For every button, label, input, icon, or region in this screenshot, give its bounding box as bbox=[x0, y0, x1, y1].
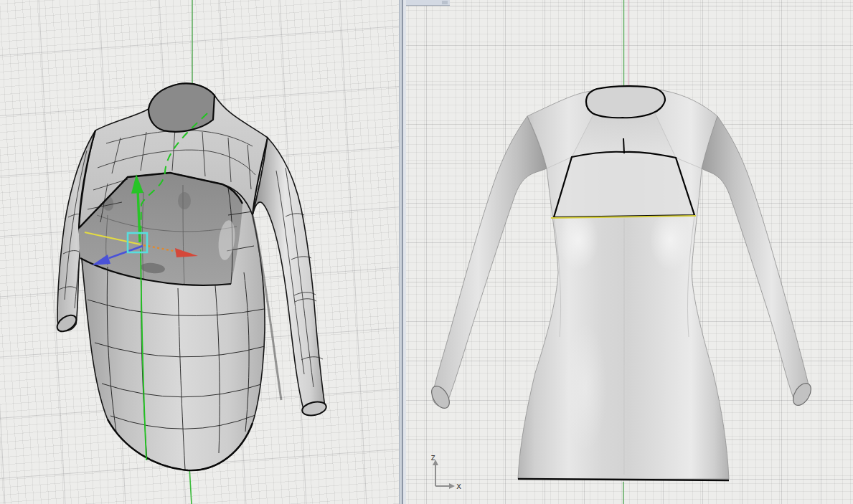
perspective-viewport[interactable] bbox=[0, 0, 399, 504]
x-axis-label: x bbox=[456, 482, 461, 490]
horizontal-scrollbar[interactable] bbox=[406, 0, 450, 6]
z-axis-label: z bbox=[430, 453, 435, 462]
garment-shaded-model[interactable] bbox=[428, 86, 815, 480]
front-scene bbox=[406, 0, 853, 504]
world-y-axis-line-lower bbox=[189, 467, 192, 504]
viewport-splitter[interactable] bbox=[399, 0, 406, 504]
modeling-app-canvas: z x bbox=[0, 0, 853, 504]
perspective-scene bbox=[0, 0, 399, 504]
front-viewport[interactable]: z x bbox=[406, 0, 853, 504]
cplane-axis-indicator bbox=[433, 460, 455, 489]
x-axis-arrow-icon bbox=[449, 483, 455, 489]
scrollbar-thumb[interactable] bbox=[442, 1, 448, 4]
garment-mesh-model[interactable] bbox=[55, 83, 328, 470]
